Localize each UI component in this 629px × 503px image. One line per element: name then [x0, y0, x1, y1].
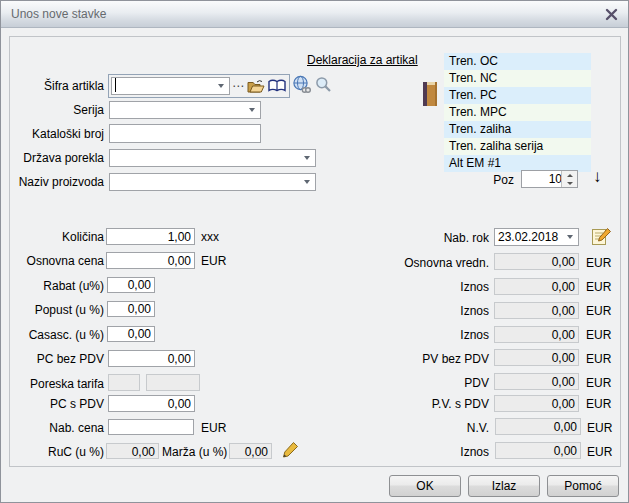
iznos-4-field: 0,00	[495, 442, 581, 459]
nab-rok-value: 23.02.2018	[498, 230, 558, 244]
chevron-down-icon[interactable]	[218, 84, 224, 88]
close-icon[interactable]	[605, 8, 618, 21]
osnovna-vredn-field: 0,00	[494, 253, 579, 270]
iznos-1-label: Iznos	[331, 280, 489, 294]
current-values-list[interactable]: Tren. OC Tren. NC Tren. PC Tren. MPC Tre…	[444, 53, 591, 172]
list-item[interactable]: Tren. zaliha serija	[444, 138, 591, 155]
brown-book-icon[interactable]	[422, 80, 438, 111]
pc-s-pdv-label: PC s PDV	[1, 397, 104, 411]
chevron-down-icon[interactable]	[249, 108, 255, 112]
pv-bez-pdv-label: PV bez PDV	[331, 352, 489, 366]
iznos-2-field: 0,00	[494, 302, 579, 319]
nab-cena-label: Nab. cena	[1, 421, 104, 435]
iznos-4-label: Iznos	[331, 445, 489, 459]
dialog-unos-nove-stavke: Unos nove stavke Šifra artikla ⋯	[0, 0, 629, 503]
serija-combobox[interactable]	[109, 101, 261, 119]
pv-bez-pdv-field: 0,00	[494, 349, 579, 366]
kolicina-input[interactable]	[106, 228, 195, 245]
globe-link-icon[interactable]	[292, 75, 312, 98]
spin-up-icon[interactable]	[562, 171, 577, 179]
move-down-arrow-icon[interactable]: ↓	[593, 167, 602, 187]
edit-note-icon[interactable]	[591, 227, 612, 250]
pdv-field: 0,00	[494, 373, 579, 390]
pv-bez-pdv-unit: EUR	[586, 352, 611, 366]
pencil-icon[interactable]	[281, 441, 299, 462]
list-item[interactable]: Tren. MPC	[444, 104, 591, 121]
nv-label: N.V.	[331, 421, 489, 435]
help-button[interactable]: Pomoć	[547, 475, 619, 497]
list-item[interactable]: Tren. PC	[444, 87, 591, 104]
poz-spinner[interactable]	[521, 170, 578, 188]
poz-label: Poz	[461, 173, 514, 187]
nab-rok-datepicker[interactable]: 23.02.2018	[494, 228, 579, 246]
pdv-unit: EUR	[586, 376, 611, 390]
magnifier-icon[interactable]	[315, 76, 333, 97]
chevron-down-icon[interactable]	[304, 156, 310, 160]
iznos-4-unit: EUR	[587, 445, 612, 459]
osnovna-cena-unit: EUR	[201, 254, 226, 268]
kataloski-broj-input[interactable]	[109, 124, 261, 143]
list-item[interactable]: Tren. OC	[444, 53, 591, 70]
ok-button[interactable]: OK	[389, 475, 461, 497]
list-item[interactable]: Tren. NC	[444, 70, 591, 87]
open-book-icon[interactable]	[267, 78, 287, 97]
popust-label: Popust (u %)	[1, 303, 104, 317]
iznos-1-field: 0,00	[494, 278, 579, 295]
nv-field: 0,00	[495, 418, 581, 435]
nv-unit: EUR	[587, 421, 612, 435]
poz-input[interactable]	[522, 171, 564, 187]
ruc-field: 0,00	[106, 443, 159, 459]
casasc-input[interactable]	[107, 326, 155, 342]
rabat-input[interactable]	[107, 277, 155, 293]
sifra-artikla-combobox[interactable]	[111, 77, 230, 95]
drzava-porekla-combobox[interactable]	[109, 149, 316, 167]
iznos-3-label: Iznos	[331, 328, 489, 342]
kolicina-label: Količina	[1, 230, 104, 244]
rabat-label: Rabat (u%)	[1, 279, 104, 293]
osnovna-vredn-unit: EUR	[586, 256, 611, 270]
text-caret	[115, 78, 116, 92]
iznos-3-unit: EUR	[586, 328, 611, 342]
open-folder-icon[interactable]	[247, 78, 265, 97]
pv-s-pdv-label: P.V. s PDV	[331, 397, 489, 411]
nab-rok-label: Nab. rok	[331, 231, 489, 245]
spin-down-icon[interactable]	[562, 179, 577, 187]
iznos-2-label: Iznos	[331, 304, 489, 318]
list-item[interactable]: Tren. zaliha	[444, 121, 591, 138]
chevron-down-icon[interactable]	[304, 180, 310, 184]
kataloski-broj-label: Kataloški broj	[1, 127, 104, 141]
iznos-2-unit: EUR	[586, 304, 611, 318]
iznos-3-field: 0,00	[494, 326, 579, 343]
deklaracija-link[interactable]: Deklaracija za artikal	[307, 53, 418, 67]
iznos-1-unit: EUR	[586, 280, 611, 294]
poreska-tarifa-field-1	[108, 374, 140, 391]
marza-field: 0,00	[229, 443, 272, 459]
marza-label: Marža (u %)	[162, 445, 227, 459]
ruc-label: RuC (u %)	[1, 445, 104, 459]
poreska-tarifa-field-2	[146, 374, 200, 391]
casasc-label: Casasc. (u %)	[1, 328, 104, 342]
naziv-proizvoda-combobox[interactable]	[109, 173, 316, 191]
pv-s-pdv-field: 0,00	[494, 395, 579, 412]
window-title: Unos nove stavke	[11, 7, 106, 21]
poreska-tarifa-label: Poreska tarifa	[1, 377, 104, 391]
popust-input[interactable]	[107, 301, 155, 317]
pdv-label: PDV	[331, 376, 489, 390]
osnovna-vredn-label: Osnovna vredn.	[331, 256, 489, 270]
pc-bez-pdv-label: PC bez PDV	[1, 352, 104, 366]
naziv-proizvoda-label: Naziv proizvoda	[1, 175, 104, 189]
serija-label: Serija	[1, 103, 104, 117]
kolicina-unit: xxx	[201, 230, 219, 244]
pv-s-pdv-unit: EUR	[586, 397, 611, 411]
pc-bez-pdv-input[interactable]	[108, 350, 195, 367]
browse-ellipsis-button[interactable]: ⋯	[232, 79, 246, 93]
exit-button[interactable]: Izlaz	[468, 475, 540, 497]
titlebar[interactable]: Unos nove stavke	[1, 1, 628, 28]
pc-s-pdv-input[interactable]	[108, 395, 195, 412]
osnovna-cena-input[interactable]	[106, 252, 195, 269]
osnovna-cena-label: Osnovna cena	[1, 254, 104, 268]
chevron-down-icon[interactable]	[567, 235, 573, 239]
sifra-artikla-label: Šifra artikla	[1, 79, 104, 93]
nab-cena-input[interactable]	[108, 419, 194, 435]
nab-cena-unit: EUR	[201, 421, 226, 435]
